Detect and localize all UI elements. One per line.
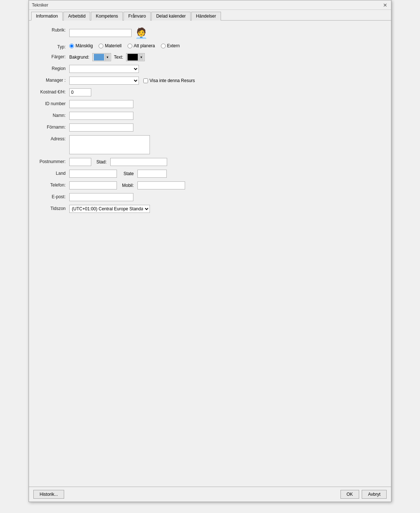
- tidszon-select[interactable]: (UTC+01:00) Central Europe Standard Time: [69, 205, 150, 213]
- avatar-icon[interactable]: 🧑‍💼: [135, 26, 148, 40]
- region-select[interactable]: [69, 65, 139, 73]
- radio-materiell[interactable]: Materiell: [99, 43, 121, 48]
- tidszon-row: Tidszon (UTC+01:00) Central Europe Stand…: [36, 205, 384, 213]
- window-title: Tekniker: [32, 3, 48, 8]
- stad-label: Stad:: [96, 159, 107, 165]
- state-input[interactable]: [137, 170, 167, 178]
- tab-bar: Information Arbetstid Kompetens Frånvaro…: [29, 10, 391, 21]
- tab-arbetstid[interactable]: Arbetstid: [63, 12, 90, 21]
- rubrik-label: Rubrik:: [36, 26, 69, 33]
- postnummer-label: Postnummer:: [36, 158, 69, 164]
- text-color-button[interactable]: ▼: [126, 53, 145, 61]
- id-number-control: [69, 100, 384, 108]
- radio-extern-label: Extern: [167, 43, 180, 48]
- region-row: Region: [36, 65, 384, 73]
- postnummer-control: Stad:: [69, 158, 384, 166]
- fornamn-label: Förnamn:: [36, 123, 69, 130]
- adress-control: [69, 135, 384, 154]
- rubrik-input[interactable]: [69, 29, 132, 37]
- tab-kompetens[interactable]: Kompetens: [91, 12, 123, 21]
- epost-label: E-post:: [36, 193, 69, 199]
- manager-select[interactable]: [69, 77, 139, 85]
- id-number-input[interactable]: [69, 100, 133, 108]
- stad-input[interactable]: [110, 158, 167, 166]
- fornamn-input[interactable]: [69, 123, 133, 132]
- rubrik-row: Rubrik: 🧑‍💼: [36, 26, 384, 40]
- radio-mansklig[interactable]: Mänsklig: [69, 43, 93, 48]
- telefon-control: Mobil:: [69, 181, 384, 189]
- radio-att-planera[interactable]: Att planera: [128, 43, 155, 48]
- ok-avbryt-group: OK Avbryt: [340, 490, 387, 499]
- mobil-label: Mobil:: [122, 183, 134, 188]
- epost-input[interactable]: [69, 193, 133, 201]
- region-label: Region: [36, 65, 69, 71]
- tab-delad-kalender[interactable]: Delad kalender: [151, 12, 191, 21]
- postnummer-row: Postnummer: Stad:: [36, 158, 384, 166]
- visa-checkbox-label[interactable]: Visa inte denna Resurs: [143, 78, 195, 83]
- text-swatch: [128, 54, 138, 60]
- form-content: Rubrik: 🧑‍💼 Typ: Mänsklig Materiell: [29, 21, 391, 487]
- namn-input[interactable]: [69, 112, 133, 120]
- rubrik-control: 🧑‍💼: [69, 26, 384, 40]
- id-number-label: ID number: [36, 100, 69, 106]
- typ-radio-group: Mänsklig Materiell Att planera Extern: [69, 43, 180, 48]
- adress-row: Adress:: [36, 135, 384, 154]
- historik-button[interactable]: Historik...: [33, 490, 64, 499]
- kostnad-row: Kostnad €/H: 0: [36, 88, 384, 96]
- typ-row: Typ: Mänsklig Materiell Att planera: [36, 43, 384, 49]
- land-control: State: [69, 170, 384, 178]
- adress-textarea[interactable]: [69, 135, 150, 154]
- namn-row: Namn:: [36, 112, 384, 120]
- bottom-bar: Historik... OK Avbryt: [29, 487, 391, 502]
- visa-label: Visa inte denna Resurs: [150, 78, 195, 83]
- title-bar: Tekniker ✕: [29, 0, 391, 10]
- region-control: [69, 65, 384, 73]
- land-row: Land State: [36, 170, 384, 178]
- land-label: Land: [36, 170, 69, 176]
- adress-label: Adress:: [36, 135, 69, 141]
- namn-label: Namn:: [36, 112, 69, 118]
- namn-control: [69, 112, 384, 120]
- radio-materiell-label: Materiell: [105, 43, 121, 48]
- radio-mansklig-label: Mänsklig: [75, 43, 93, 48]
- ok-button[interactable]: OK: [340, 490, 359, 499]
- typ-label: Typ:: [36, 43, 69, 49]
- radio-att-planera-label: Att planera: [134, 43, 155, 48]
- bakgrund-color-button[interactable]: ▼: [92, 53, 111, 61]
- epost-control: [69, 193, 384, 201]
- manager-label: Manager :: [36, 77, 69, 83]
- bakgrund-dropdown-arrow[interactable]: ▼: [105, 54, 110, 60]
- radio-extern[interactable]: Extern: [161, 43, 180, 48]
- main-window: Tekniker ✕ Information Arbetstid Kompete…: [29, 0, 391, 502]
- telefon-row: Telefon: Mobil:: [36, 181, 384, 189]
- farger-control: Bakgrund: ▼ Text: ▼: [69, 53, 384, 61]
- kostnad-control: 0: [69, 88, 384, 96]
- telefon-input[interactable]: [69, 181, 117, 189]
- farger-row: Färger: Bakgrund: ▼ Text: ▼: [36, 53, 384, 61]
- typ-control: Mänsklig Materiell Att planera Extern: [69, 43, 384, 48]
- farger-label: Färger:: [36, 53, 69, 59]
- close-button[interactable]: ✕: [382, 2, 388, 8]
- avbryt-button[interactable]: Avbryt: [362, 490, 387, 499]
- postnummer-input[interactable]: [69, 158, 91, 166]
- epost-row: E-post:: [36, 193, 384, 201]
- land-input[interactable]: [69, 170, 117, 178]
- tab-handelser[interactable]: Händelser: [191, 12, 221, 21]
- kostnad-label: Kostnad €/H:: [36, 88, 69, 95]
- tidszon-control: (UTC+01:00) Central Europe Standard Time: [69, 205, 384, 213]
- tab-information[interactable]: Information: [31, 12, 63, 21]
- tidszon-label: Tidszon: [36, 205, 69, 211]
- text-dropdown-arrow[interactable]: ▼: [139, 54, 144, 60]
- bakgrund-label: Bakgrund:: [69, 55, 89, 60]
- visa-checkbox[interactable]: [143, 78, 148, 83]
- manager-control: Visa inte denna Resurs: [69, 77, 384, 85]
- kostnad-input[interactable]: 0: [69, 88, 91, 96]
- text-label: Text:: [114, 55, 123, 60]
- bakgrund-swatch: [94, 54, 104, 60]
- fornamn-row: Förnamn:: [36, 123, 384, 132]
- id-number-row: ID number: [36, 100, 384, 108]
- fornamn-control: [69, 123, 384, 132]
- tab-franvaro[interactable]: Frånvaro: [124, 12, 151, 21]
- mobil-input[interactable]: [137, 181, 185, 189]
- state-label: State: [124, 171, 134, 176]
